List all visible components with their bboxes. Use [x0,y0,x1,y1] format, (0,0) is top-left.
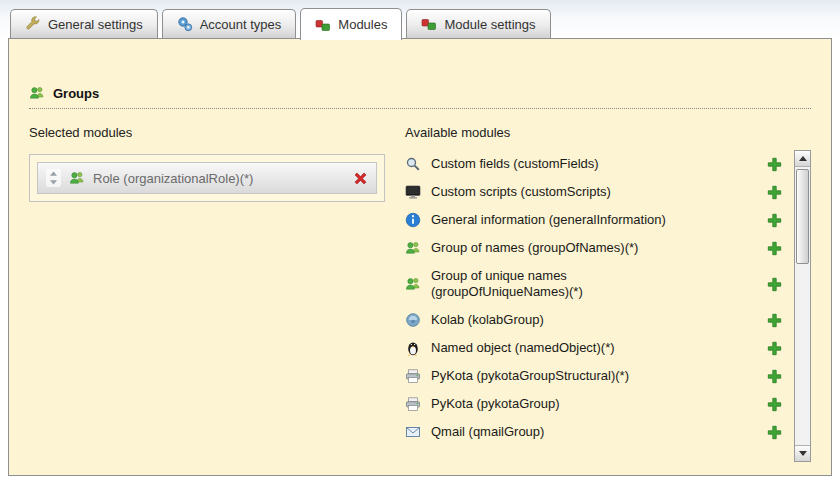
plus-icon[interactable] [767,341,782,356]
module-settings-icon [421,16,437,32]
available-module-row: Custom fields (customFields) [405,150,794,178]
content-panel: Groups Selected modules Role (organizati… [8,38,832,476]
tab-module-settings[interactable]: Module settings [406,9,550,38]
terminal-icon [405,184,421,200]
tab-bar: General settingsAccount typesModulesModu… [10,8,830,39]
kolab-icon [405,312,421,328]
tab-general-settings[interactable]: General settings [10,9,158,38]
selected-modules-column: Selected modules Role (organizationalRol… [29,125,405,462]
available-module-label: General information (generalInformation) [431,212,666,228]
printer-icon [405,368,421,384]
available-module-label: Custom scripts (customScripts) [431,184,611,200]
available-modules-body: Custom fields (customFields)Custom scrip… [405,150,811,462]
available-module-row: Group of unique names (groupOfUniqueName… [405,262,794,306]
available-modules-column: Available modules Custom fields (customF… [405,125,811,462]
gears-icon [177,16,193,32]
plus-icon[interactable] [767,157,782,172]
available-module-row: PyKota (pykotaGroupStructural)(*) [405,362,794,390]
wrench-icon [25,16,41,32]
selected-module-item[interactable]: Role (organizationalRole)(*) [37,162,377,194]
group-icon [69,170,85,186]
content-inner: Groups Selected modules Role (organizati… [9,39,831,475]
modules-icon [315,17,331,33]
tab-label: General settings [48,17,143,32]
available-module-row: PyKota (pykotaGroup) [405,390,794,418]
scroll-up-button[interactable] [795,151,810,167]
available-module-label: Qmail (qmailGroup) [431,424,544,440]
modules-columns: Selected modules Role (organizationalRol… [29,125,811,462]
penguin-icon [405,340,421,356]
selected-modules-list: Role (organizationalRole)(*) [29,154,385,202]
group-icon [29,85,45,101]
scrollbar-track[interactable] [795,167,810,445]
plus-icon[interactable] [767,369,782,384]
tab-label: Module settings [444,17,535,32]
plus-icon[interactable] [767,213,782,228]
available-module-row: General information (generalInformation) [405,206,794,234]
drag-handle-icon[interactable] [46,169,61,187]
plus-icon[interactable] [767,241,782,256]
plus-icon[interactable] [767,425,782,440]
scroll-down-button[interactable] [795,445,810,461]
available-module-label: Group of unique names (groupOfUniqueName… [431,268,701,300]
available-modules-list: Custom fields (customFields)Custom scrip… [405,150,794,462]
available-module-label: Kolab (kolabGroup) [431,312,544,328]
scrollbar [794,150,811,462]
group-icon [405,240,421,256]
group-icon [405,276,421,292]
plus-icon[interactable] [767,185,782,200]
info-icon [405,212,421,228]
available-module-label: Group of names (groupOfNames)(*) [431,240,638,256]
tab-modules[interactable]: Modules [300,8,402,40]
tab-label: Account types [200,17,282,32]
plus-icon[interactable] [767,313,782,328]
tab-label: Modules [338,17,387,32]
available-module-row: Kolab (kolabGroup) [405,306,794,334]
available-module-row: Qmail (qmailGroup) [405,418,794,446]
plus-icon[interactable] [767,277,782,292]
available-module-label: PyKota (pykotaGroupStructural)(*) [431,368,629,384]
scrollbar-thumb[interactable] [796,169,809,264]
plus-icon[interactable] [767,397,782,412]
tab-account-types[interactable]: Account types [162,9,297,38]
available-module-label: Custom fields (customFields) [431,156,599,172]
available-module-row: Custom scripts (customScripts) [405,178,794,206]
available-module-label: Named object (namedObject)(*) [431,340,615,356]
selected-modules-heading: Selected modules [29,125,405,140]
magnifier-icon [405,156,421,172]
arrow-up-icon [799,156,807,161]
available-module-row: Named object (namedObject)(*) [405,334,794,362]
arrow-down-icon [799,451,807,456]
available-module-label: PyKota (pykotaGroup) [431,396,560,412]
printer-icon [405,396,421,412]
available-module-row: Group of names (groupOfNames)(*) [405,234,794,262]
selected-module-label: Role (organizationalRole)(*) [93,171,253,186]
delete-icon[interactable] [353,171,368,186]
available-modules-heading: Available modules [405,125,811,140]
section-header: Groups [29,85,811,109]
mail-icon [405,424,421,440]
page-title: Groups [53,86,99,101]
